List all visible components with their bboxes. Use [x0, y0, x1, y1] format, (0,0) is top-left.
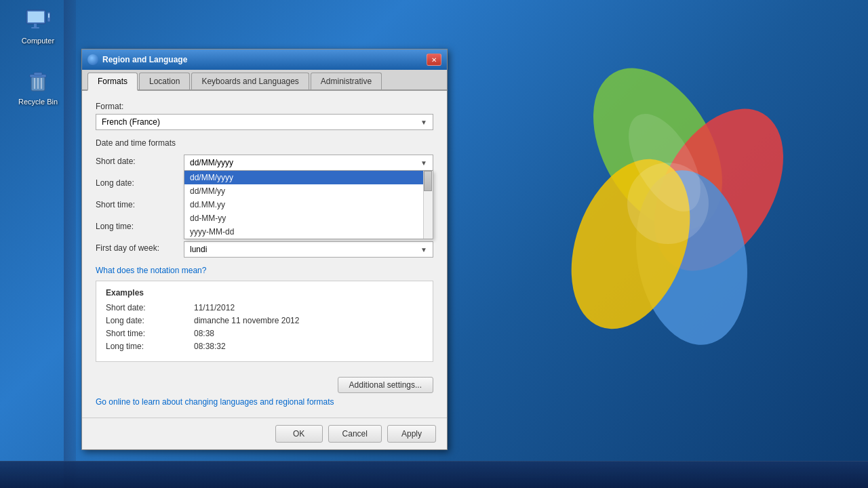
recycle-bin-icon — [24, 68, 52, 95]
format-label: Format: — [96, 102, 433, 111]
examples-section: Examples Short date: 11/11/2012 Long dat… — [96, 281, 433, 362]
short-date-container: dd/MM/yyyy ▼ dd/MM/yyyy dd/MM/yy dd.MM.y… — [184, 155, 433, 171]
desktop: Computer Recycle Bin Region and Language… — [0, 0, 868, 488]
short-date-value: dd/MM/yyyy — [190, 158, 233, 167]
dd-scrollbar[interactable] — [423, 171, 433, 239]
dialog-icon — [87, 54, 98, 65]
title-bar-left: Region and Language — [87, 54, 187, 65]
example-long-date: Long date: dimanche 11 novembre 2012 — [106, 316, 423, 325]
desktop-icon-recycle-bin[interactable]: Recycle Bin — [14, 68, 62, 106]
first-day-label: First day of week: — [96, 241, 184, 253]
example-long-date-value: dimanche 11 novembre 2012 — [194, 316, 299, 325]
dialog-footer: OK Cancel Apply — [82, 418, 447, 449]
example-long-date-label: Long date: — [106, 316, 194, 325]
tab-location[interactable]: Location — [139, 73, 190, 89]
format-value: French (France) — [102, 117, 160, 127]
first-day-row: First day of week: lundi ▼ — [96, 241, 433, 258]
svg-rect-7 — [28, 12, 44, 22]
example-short-date-label: Short date: — [106, 303, 194, 312]
example-short-time: Short time: 08:38 — [106, 329, 423, 338]
first-day-dropdown[interactable]: lundi ▼ — [184, 241, 433, 258]
example-long-time-value: 08:38:32 — [194, 342, 226, 351]
dd-item-4[interactable]: yyyy-MM-dd — [184, 225, 433, 239]
ok-button[interactable]: OK — [275, 425, 323, 443]
long-date-label: Long date: — [96, 176, 184, 188]
date-time-section-title: Date and time formats — [96, 138, 433, 148]
additional-settings-row: Additional settings... — [96, 369, 433, 397]
short-date-label: Short date: — [96, 155, 184, 166]
svg-rect-11 — [48, 14, 50, 18]
example-long-time: Long time: 08:38:32 — [106, 342, 423, 351]
svg-rect-9 — [31, 27, 39, 28]
desktop-icon-computer[interactable]: Computer — [14, 7, 62, 45]
first-day-value: lundi — [190, 245, 207, 254]
dialog-title: Region and Language — [102, 55, 187, 64]
example-short-time-label: Short time: — [106, 329, 194, 338]
tab-administrative[interactable]: Administrative — [311, 73, 382, 89]
examples-title: Examples — [106, 288, 423, 298]
taskbar — [0, 461, 868, 488]
help-link[interactable]: What does the notation mean? — [96, 266, 206, 275]
example-short-time-value: 08:38 — [194, 329, 214, 338]
short-date-input[interactable]: dd/MM/yyyy ▼ — [184, 155, 433, 171]
example-short-date: Short date: 11/11/2012 — [106, 303, 423, 312]
computer-icon — [24, 7, 52, 34]
dd-item-1[interactable]: dd/MM/yy — [184, 184, 433, 198]
format-field-row: Format: French (France) ▼ — [96, 102, 433, 130]
dialog-region-language: Region and Language ✕ Formats Location K… — [81, 49, 448, 450]
apply-button[interactable]: Apply — [387, 425, 436, 443]
first-day-arrow: ▼ — [420, 246, 427, 253]
short-date-arrow: ▼ — [420, 159, 427, 167]
dd-item-3[interactable]: dd-MM-yy — [184, 211, 433, 225]
tabs-container: Formats Location Keyboards and Languages… — [82, 70, 447, 91]
format-dropdown-arrow: ▼ — [420, 119, 427, 126]
recycle-bin-label: Recycle Bin — [18, 98, 58, 106]
dd-scrollbar-thumb — [424, 171, 432, 191]
additional-settings-button[interactable]: Additional settings... — [338, 377, 433, 393]
cancel-button[interactable]: Cancel — [328, 425, 382, 443]
tab-formats[interactable]: Formats — [87, 73, 138, 91]
title-bar: Region and Language ✕ — [82, 49, 447, 70]
short-date-row: Short date: dd/MM/yyyy ▼ dd/MM/yyyy dd/M… — [96, 155, 433, 171]
taskbar-strip — [64, 0, 76, 488]
svg-rect-8 — [34, 24, 37, 27]
format-dropdown[interactable]: French (France) ▼ — [96, 114, 433, 130]
dd-item-2[interactable]: dd.MM.yy — [184, 198, 433, 211]
online-link[interactable]: Go online to learn about changing langua… — [96, 397, 334, 407]
short-time-label: Short time: — [96, 198, 184, 209]
title-bar-buttons: ✕ — [427, 54, 441, 66]
close-button[interactable]: ✕ — [427, 54, 441, 66]
computer-label: Computer — [22, 37, 54, 45]
dd-item-0[interactable]: dd/MM/yyyy — [184, 171, 433, 184]
tab-keyboards[interactable]: Keyboards and Languages — [191, 73, 309, 89]
svg-rect-14 — [34, 73, 42, 75]
example-long-time-label: Long time: — [106, 342, 194, 351]
example-short-date-value: 11/11/2012 — [194, 303, 235, 312]
win7-logo — [515, 41, 800, 366]
first-day-control: lundi ▼ — [184, 241, 433, 258]
short-date-dropdown: dd/MM/yyyy dd/MM/yy dd.MM.yy dd-MM-yy yy… — [184, 171, 433, 239]
dialog-body: Format: French (France) ▼ Date and time … — [82, 91, 447, 418]
long-time-label: Long time: — [96, 220, 184, 231]
